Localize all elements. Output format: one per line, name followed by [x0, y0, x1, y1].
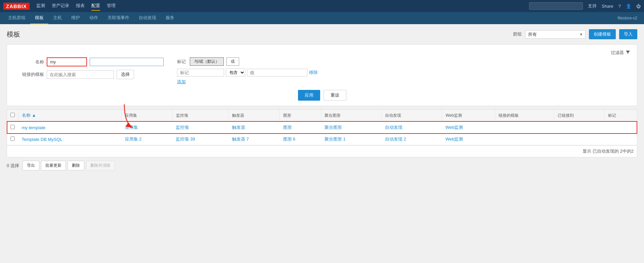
td-linked-to-2 [554, 134, 604, 145]
bottom-actions: 0 选择 导出 批量更新 删除 删除并清除 [7, 157, 637, 174]
filter-toggle-label[interactable]: 过滤器 [611, 50, 624, 56]
apply-button[interactable]: 应用 [298, 90, 320, 101]
template-name-link-2[interactable]: Template DB MySQL [22, 137, 62, 142]
tag-remove-link[interactable]: 移除 [309, 69, 318, 75]
filter-linked-templates-field: 链接的模板 选择 [14, 70, 164, 79]
second-nav-templates[interactable]: 模板 [30, 12, 48, 24]
tag-or-button[interactable]: 或 [226, 57, 239, 66]
web-link-2[interactable]: Web监测 [445, 137, 463, 142]
export-button[interactable]: 导出 [23, 161, 39, 170]
td-name-2: Template DB MySQL [18, 134, 122, 145]
mass-update-button[interactable]: 批量更新 [41, 161, 66, 170]
td-discovery-2: 自动发现 2 [382, 134, 442, 145]
search-input[interactable] [529, 2, 583, 10]
second-nav-hosts[interactable]: 主机 [48, 12, 67, 24]
group-select-wrapper[interactable]: 所有 [525, 30, 586, 39]
screens-link-2[interactable]: 聚合图形 1 [325, 137, 346, 142]
nav-support[interactable]: 支持 [588, 3, 597, 9]
screens-link-1[interactable]: 聚合图形 [325, 125, 342, 130]
td-linked-templates-1 [495, 121, 554, 134]
filter-name-input[interactable] [47, 57, 87, 66]
import-button[interactable]: 导入 [619, 29, 637, 39]
th-web: Web监测 [442, 110, 495, 121]
monitors-link-2[interactable]: 监控项 39 [176, 137, 195, 142]
td-appsets-2: 应用集 2 [122, 134, 173, 145]
nav-item-monitor[interactable]: 监测 [36, 1, 45, 11]
top-nav: ZABBIX 监测 资产记录 报表 配置 管理 支持 Share ? 👤 ⏻ [0, 0, 644, 12]
nav-item-reports[interactable]: 报表 [76, 1, 85, 11]
triggers-link-2[interactable]: 触发器 7 [232, 137, 249, 142]
top-nav-right: 支持 Share ? 👤 ⏻ [529, 2, 641, 10]
logo[interactable]: ZABBIX [3, 3, 30, 10]
add-tag-link[interactable]: 添加 [177, 79, 186, 85]
filter-name-label: 名称 [14, 59, 44, 65]
filter-actions: 应用 重设 [14, 90, 630, 101]
select-all-checkbox[interactable] [10, 113, 15, 117]
tag-condition-select[interactable]: 包含 等于 [226, 68, 245, 76]
discovery-link-1[interactable]: 自动发现 [385, 125, 402, 130]
table-row: Template DB MySQL 应用集 2 监控项 39 触发器 7 图形 … [7, 134, 637, 145]
page-header-right: 群组 所有 创建模板 导入 [513, 29, 637, 39]
page-header: 模板 群组 所有 创建模板 导入 [7, 29, 637, 39]
create-template-button[interactable]: 创建模板 [589, 29, 616, 39]
td-triggers-2: 触发器 7 [229, 134, 280, 145]
triggers-link-1[interactable]: 触发器 [232, 125, 245, 130]
appsets-link-2[interactable]: 应用集 2 [125, 137, 142, 142]
td-triggers-1: 触发器 [229, 121, 280, 134]
second-nav-services[interactable]: 服务 [161, 12, 179, 24]
monitors-link-1[interactable]: 监控项 [176, 125, 189, 130]
filter-name-field: 名称 [14, 57, 164, 66]
second-nav-correlations[interactable]: 关联项事件 [103, 12, 134, 24]
nav-item-admin[interactable]: 管理 [107, 1, 116, 11]
delete-clear-button: 删除并清除 [86, 161, 115, 170]
table-footer: 显示 已自动发现的 2中的2 [7, 146, 637, 157]
tags-row: 标记 与/或（默认） 或 [177, 57, 630, 66]
select-button[interactable]: 选择 [117, 70, 134, 79]
th-name: 名称 ▲ [18, 110, 122, 121]
th-triggers: 触发器 [229, 110, 280, 121]
td-web-2: Web监测 [442, 134, 495, 145]
nav-item-assets[interactable]: 资产记录 [52, 1, 69, 11]
td-checkbox-1 [7, 121, 18, 134]
row-checkbox-1[interactable] [10, 125, 15, 129]
nav-item-config[interactable]: 配置 [91, 1, 100, 11]
tag-name-input[interactable] [177, 69, 224, 76]
th-linked-to: 已链接到 [554, 110, 604, 121]
second-nav-actions[interactable]: 动作 [85, 12, 103, 24]
nav-help[interactable]: ? [618, 4, 621, 9]
second-nav-discovery[interactable]: 自动发现 [134, 12, 161, 24]
th-name-link[interactable]: 名称 ▲ [22, 113, 36, 118]
filter-linked-label: 链接的模板 [14, 71, 44, 77]
main-content: 模板 群组 所有 创建模板 导入 过滤器 [0, 24, 644, 179]
second-nav-hostgroups[interactable]: 主机群组 [3, 12, 30, 24]
filter-linked-input[interactable] [47, 70, 114, 79]
td-graphs-2: 图形 6 [280, 134, 321, 145]
td-checkbox-2 [7, 134, 18, 145]
web-link-1[interactable]: Web监测 [445, 125, 463, 130]
table-footer-text: 显示 已自动发现的 2中的2 [583, 149, 634, 154]
filter-tags-section: 标记 与/或（默认） 或 包含 等于 移除 添加 [177, 57, 630, 85]
group-select[interactable]: 所有 [525, 30, 586, 39]
td-discovery-1: 自动发现 [382, 121, 442, 134]
delete-button[interactable]: 删除 [68, 161, 84, 170]
th-monitors: 监控项 [172, 110, 228, 121]
graphs-link-2[interactable]: 图形 6 [283, 137, 296, 142]
td-linked-to-1 [554, 121, 604, 134]
tag-value-input[interactable] [247, 69, 307, 76]
row-checkbox-2[interactable] [10, 137, 15, 141]
nav-share[interactable]: Share [602, 4, 613, 9]
second-nav-maintenance[interactable]: 维护 [67, 12, 85, 24]
graphs-link-1[interactable]: 图形 [283, 125, 292, 130]
template-name-link-1[interactable]: my template [22, 125, 46, 130]
discovery-link-2[interactable]: 自动发现 2 [385, 137, 406, 142]
reset-button[interactable]: 重设 [324, 90, 346, 101]
page-title: 模板 [7, 30, 20, 39]
tag-and-button[interactable]: 与/或（默认） [190, 57, 224, 66]
nav-logout[interactable]: ⏻ [636, 4, 641, 9]
th-screens: 聚合图形 [321, 110, 382, 121]
nav-user[interactable]: 👤 [626, 4, 631, 9]
filter-name-input-secondary[interactable] [90, 58, 164, 66]
filter-icon [626, 50, 630, 56]
td-tags-1 [604, 121, 637, 134]
filter-left: 名称 链接的模板 选择 [14, 57, 164, 79]
